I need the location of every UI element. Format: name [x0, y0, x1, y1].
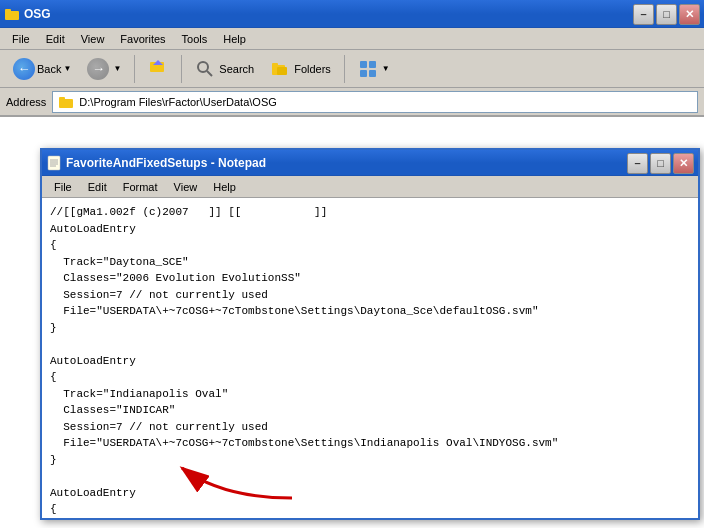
- line11: {: [50, 371, 57, 383]
- back-icon: ←: [13, 58, 35, 80]
- minimize-button[interactable]: –: [633, 4, 654, 25]
- notepad-content-area[interactable]: //[[gMa1.002f (c)2007 ]] [[ ]] AutoLoadE…: [42, 198, 698, 518]
- line9: [50, 338, 57, 350]
- line12: Track="Indianapolis Oval": [50, 388, 228, 400]
- back-dropdown-icon[interactable]: ▼: [63, 64, 71, 73]
- svg-rect-9: [360, 61, 367, 68]
- view-options-button[interactable]: ▼: [351, 55, 397, 83]
- back-label: Back: [37, 63, 61, 75]
- forward-icon: →: [87, 58, 109, 80]
- maximize-button[interactable]: □: [656, 4, 677, 25]
- line14: Session=7 // not currently used: [50, 421, 268, 433]
- svg-rect-14: [59, 97, 65, 101]
- line5: Classes="2006 Evolution EvolutionSS": [50, 272, 301, 284]
- line19: {: [50, 503, 57, 515]
- up-button[interactable]: [141, 55, 175, 83]
- folders-button[interactable]: Folders: [263, 55, 338, 83]
- toolbar-separator-3: [344, 55, 345, 83]
- notepad-minimize-button[interactable]: –: [627, 153, 648, 174]
- notepad-menu-edit[interactable]: Edit: [80, 179, 115, 195]
- menu-favorites[interactable]: Favorites: [112, 31, 173, 47]
- explorer-address-bar: Address D:\Program Files\rFactor\UserDat…: [0, 88, 704, 116]
- svg-rect-10: [369, 61, 376, 68]
- explorer-title-text: OSG: [24, 7, 51, 21]
- line2: AutoLoadEntry: [50, 223, 136, 235]
- line4: Track="Daytona_SCE": [50, 256, 189, 268]
- folders-icon: [270, 59, 290, 79]
- notepad-maximize-button[interactable]: □: [650, 153, 671, 174]
- svg-line-5: [207, 71, 212, 76]
- explorer-menu-bar: File Edit View Favorites Tools Help: [0, 28, 704, 50]
- svg-rect-7: [272, 63, 278, 67]
- svg-rect-11: [360, 70, 367, 77]
- view-icon: [358, 59, 378, 79]
- svg-rect-12: [369, 70, 376, 77]
- line16: }: [50, 454, 57, 466]
- close-button[interactable]: ✕: [679, 4, 700, 25]
- forward-dropdown-icon[interactable]: ▼: [113, 64, 121, 73]
- explorer-toolbar: ← Back ▼ → ▼ Search: [0, 50, 704, 88]
- notepad-title-buttons: – □ ✕: [627, 153, 694, 174]
- address-path: D:\Program Files\rFactor\UserData\OSG: [79, 96, 276, 108]
- line7: File="USERDATA\+~7cOSG+~7cTombstone\Sett…: [50, 305, 538, 317]
- notepad-window: FavoriteAndFixedSetups - Notepad – □ ✕ F…: [40, 148, 700, 520]
- search-button[interactable]: Search: [188, 55, 261, 83]
- menu-help[interactable]: Help: [215, 31, 254, 47]
- code-content: //[[gMa1.002f (c)2007 ]] [[ ]] AutoLoadE…: [50, 204, 690, 518]
- svg-rect-8: [277, 67, 287, 75]
- back-button[interactable]: ← Back ▼: [6, 54, 78, 84]
- up-icon: [148, 59, 168, 79]
- line13: Classes="INDICAR": [50, 404, 175, 416]
- toolbar-separator-2: [181, 55, 182, 83]
- notepad-menu-view[interactable]: View: [166, 179, 206, 195]
- notepad-close-button[interactable]: ✕: [673, 153, 694, 174]
- search-label: Search: [219, 63, 254, 75]
- address-folder-icon: [59, 95, 75, 109]
- search-icon: [195, 59, 215, 79]
- notepad-title-icon: [46, 155, 62, 171]
- toolbar-separator-1: [134, 55, 135, 83]
- svg-rect-15: [48, 156, 60, 170]
- notepad-title-bar: FavoriteAndFixedSetups - Notepad – □ ✕: [42, 150, 698, 176]
- explorer-title-icon: [4, 6, 20, 22]
- menu-view[interactable]: View: [73, 31, 113, 47]
- menu-file[interactable]: File: [4, 31, 38, 47]
- notepad-menu-file[interactable]: File: [46, 179, 80, 195]
- title-bar-buttons: – □ ✕: [633, 4, 700, 25]
- menu-tools[interactable]: Tools: [174, 31, 216, 47]
- folders-label: Folders: [294, 63, 331, 75]
- address-box[interactable]: D:\Program Files\rFactor\UserData\OSG: [52, 91, 698, 113]
- line10: AutoLoadEntry: [50, 355, 136, 367]
- line17: [50, 470, 57, 482]
- line8: }: [50, 322, 57, 334]
- menu-edit[interactable]: Edit: [38, 31, 73, 47]
- view-dropdown-icon[interactable]: ▼: [382, 64, 390, 73]
- notepad-menu-format[interactable]: Format: [115, 179, 166, 195]
- forward-button[interactable]: → ▼: [80, 54, 128, 84]
- notepad-menu-bar: File Edit Format View Help: [42, 176, 698, 198]
- line18: AutoLoadEntry: [50, 487, 136, 499]
- line15: File="USERDATA\+~7cOSG+~7cTombstone\Sett…: [50, 437, 558, 449]
- line1: //[[gMa1.002f (c)2007 ]] [[ ]]: [50, 206, 327, 218]
- address-label: Address: [6, 96, 46, 108]
- explorer-title-bar: OSG – □ ✕: [0, 0, 704, 28]
- line3: {: [50, 239, 57, 251]
- svg-rect-1: [5, 9, 11, 13]
- svg-point-4: [198, 62, 208, 72]
- notepad-title-text: FavoriteAndFixedSetups - Notepad: [66, 156, 266, 170]
- notepad-menu-help[interactable]: Help: [205, 179, 244, 195]
- line6: Session=7 // not currently used: [50, 289, 268, 301]
